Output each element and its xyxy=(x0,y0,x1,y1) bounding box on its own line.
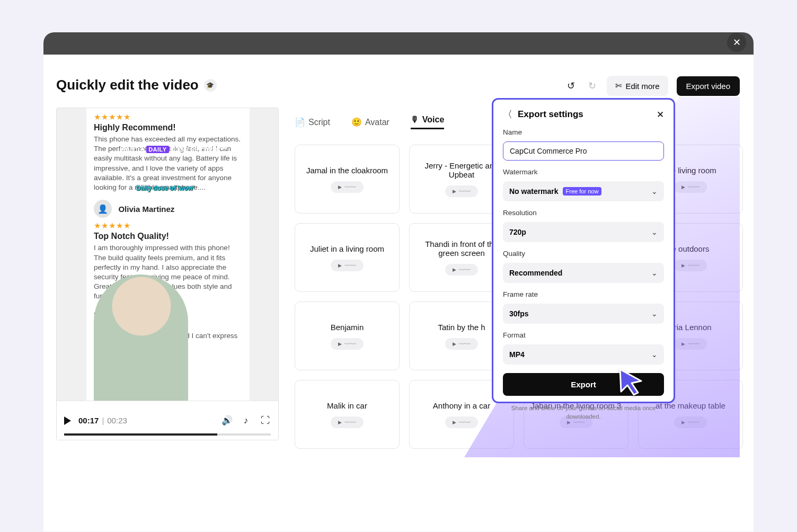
name-label: Name xyxy=(503,128,664,136)
export-name-input[interactable] xyxy=(503,141,664,161)
edit-more-label: Edit more xyxy=(625,82,659,91)
chevron-down-icon: ⌄ xyxy=(651,350,658,359)
watermark-select[interactable]: No watermark Free for now ⌄ xyxy=(503,181,664,201)
review-body: This phone has exceeded all my expectati… xyxy=(94,135,242,192)
caption-overlay: WANT A DAILY DOSE OF "WOW"? xyxy=(120,146,227,153)
waveform-icon[interactable]: 〰〰 xyxy=(445,338,478,350)
waveform-icon[interactable]: 〰〰 xyxy=(331,416,364,428)
waveform-icon[interactable]: 〰〰 xyxy=(331,260,364,271)
video-preview: ★★★★★ Highly Recommend! This phone has e… xyxy=(56,108,279,440)
export-settings-panel: 〈 Export settings ✕ Name Watermark No wa… xyxy=(492,98,675,403)
star-rating: ★★★★★ xyxy=(94,112,242,122)
cursor-pointer-icon xyxy=(618,368,644,396)
frame-rate-select[interactable]: 30fps⌄ xyxy=(503,304,664,324)
tab-voice[interactable]: 🎙Voice xyxy=(411,115,445,129)
share-icon[interactable]: ♪ xyxy=(240,415,252,427)
edit-more-button[interactable]: ✄ Edit more xyxy=(607,76,668,96)
fullscreen-icon[interactable]: ⛶ xyxy=(259,415,271,427)
avatar-icon: 👤 xyxy=(94,200,112,218)
export-footer-note: Share and show off your genius on social… xyxy=(503,404,664,421)
resolution-label: Resolution xyxy=(503,209,664,217)
star-rating: ★★★★★ xyxy=(94,221,242,230)
tab-script[interactable]: 📄Script xyxy=(295,117,330,127)
export-settings-title: Export settings xyxy=(518,109,583,120)
review-title: Highly Recommend! xyxy=(94,123,242,132)
tab-avatar[interactable]: 🙂Avatar xyxy=(351,117,389,127)
waveform-icon[interactable]: 〰〰 xyxy=(674,338,707,350)
free-badge: Free for now xyxy=(563,187,602,196)
chevron-down-icon: ⌄ xyxy=(651,187,658,196)
review-title: Top Notch Quality! xyxy=(94,232,242,241)
voice-icon: 🎙 xyxy=(411,115,419,125)
close-icon[interactable]: ✕ xyxy=(657,109,664,120)
voice-card[interactable]: Juliet in a living room〰〰 xyxy=(295,223,400,292)
avatar-icon: 🙂 xyxy=(351,117,362,127)
chevron-down-icon: ⌄ xyxy=(651,309,658,318)
waveform-icon[interactable]: 〰〰 xyxy=(674,181,707,193)
waveform-icon[interactable]: 〰〰 xyxy=(674,416,707,428)
format-select[interactable]: MP4⌄ xyxy=(503,344,664,365)
format-label: Format xyxy=(503,331,664,339)
play-icon[interactable] xyxy=(64,416,71,425)
caption-overlay: Daily dose of 'wow' xyxy=(136,184,194,192)
page-title: Quickly edit the video xyxy=(56,77,199,93)
export-video-button[interactable]: Export video xyxy=(677,76,740,96)
resolution-select[interactable]: 720p⌄ xyxy=(503,222,664,242)
waveform-icon[interactable]: 〰〰 xyxy=(445,416,478,428)
quality-label: Quality xyxy=(503,250,664,258)
script-icon: 📄 xyxy=(295,117,305,127)
voice-card[interactable]: Malik in car〰〰 xyxy=(295,380,400,449)
waveform-icon[interactable]: 〰〰 xyxy=(445,264,478,276)
presenter-avatar xyxy=(94,274,188,402)
waveform-icon[interactable]: 〰〰 xyxy=(445,185,478,197)
graduation-icon: 🎓 xyxy=(204,79,217,92)
frame-rate-label: Frame rate xyxy=(503,290,664,298)
voice-card[interactable]: Jamal in the cloakroom〰〰 xyxy=(295,145,400,214)
quality-select[interactable]: Recommended⌄ xyxy=(503,263,664,283)
waveform-icon[interactable]: 〰〰 xyxy=(674,260,707,271)
waveform-icon[interactable]: 〰〰 xyxy=(331,338,364,350)
close-dialog-button[interactable]: ✕ xyxy=(727,33,746,52)
undo-icon[interactable]: ↺ xyxy=(564,79,577,92)
reviewer-name: Olivia Martinez xyxy=(118,205,174,214)
redo-icon: ↻ xyxy=(586,79,598,92)
waveform-icon[interactable]: 〰〰 xyxy=(331,181,364,193)
playback-time: 00:17|00:23 xyxy=(78,416,127,425)
back-icon[interactable]: 〈 xyxy=(503,108,512,121)
chevron-down-icon: ⌄ xyxy=(651,228,658,236)
voice-card[interactable]: Benjamin〰〰 xyxy=(295,302,400,370)
chevron-down-icon: ⌄ xyxy=(651,269,658,277)
volume-icon[interactable]: 🔊 xyxy=(221,415,233,427)
watermark-label: Watermark xyxy=(503,168,664,176)
scissors-icon: ✄ xyxy=(615,81,622,91)
progress-bar[interactable] xyxy=(64,433,271,436)
